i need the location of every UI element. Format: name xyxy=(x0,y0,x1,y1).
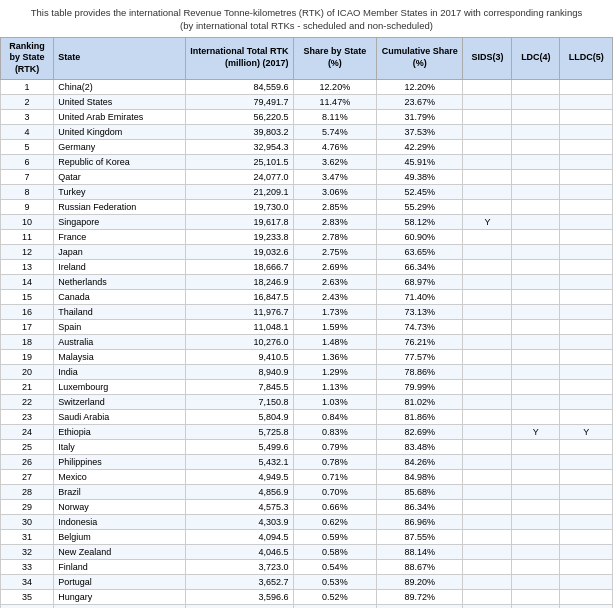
cell-state: United Arab Emirates xyxy=(54,109,186,124)
cell-state: Japan xyxy=(54,244,186,259)
cell-rank: 10 xyxy=(1,214,54,229)
table-row: 26Philippines5,432.10.78%84.26% xyxy=(1,454,613,469)
cell-rank: 24 xyxy=(1,424,54,439)
cell-cumshare: 82.69% xyxy=(377,424,463,439)
table-row: 1China(2)84,559.612.20%12.20% xyxy=(1,79,613,94)
cell-sids xyxy=(463,109,512,124)
cell-ldc xyxy=(512,454,560,469)
cell-share: 2.43% xyxy=(293,289,377,304)
cell-share: 8.11% xyxy=(293,109,377,124)
cell-state: Italy xyxy=(54,439,186,454)
cell-sids xyxy=(463,139,512,154)
cell-lldc xyxy=(560,394,613,409)
cell-state: Ethiopia xyxy=(54,424,186,439)
cell-cumshare: 81.86% xyxy=(377,409,463,424)
cell-share: 2.75% xyxy=(293,244,377,259)
cell-rtk: 4,949.5 xyxy=(185,469,293,484)
table-row: 14Netherlands18,246.92.63%68.97% xyxy=(1,274,613,289)
cell-rtk: 56,220.5 xyxy=(185,109,293,124)
cell-ldc xyxy=(512,244,560,259)
cell-cumshare: 88.67% xyxy=(377,559,463,574)
cell-rank: 17 xyxy=(1,319,54,334)
header-state: State xyxy=(54,37,186,79)
cell-rank: 19 xyxy=(1,349,54,364)
table-row: 11France19,233.82.78%60.90% xyxy=(1,229,613,244)
cell-share: 1.36% xyxy=(293,349,377,364)
table-row: 5Germany32,954.34.76%42.29% xyxy=(1,139,613,154)
cell-cumshare: 52.45% xyxy=(377,184,463,199)
cell-rank: 23 xyxy=(1,409,54,424)
cell-rtk: 5,432.1 xyxy=(185,454,293,469)
cell-rtk: 9,410.5 xyxy=(185,349,293,364)
cell-lldc xyxy=(560,604,613,608)
cell-rtk: 4,575.3 xyxy=(185,499,293,514)
cell-cumshare: 71.40% xyxy=(377,289,463,304)
cell-cumshare: 87.55% xyxy=(377,529,463,544)
header-rank: Ranking by State (RTK) xyxy=(1,37,54,79)
cell-rtk: 84,559.6 xyxy=(185,79,293,94)
cell-sids xyxy=(463,244,512,259)
header-lldc: LLDC(5) xyxy=(560,37,613,79)
cell-sids xyxy=(463,199,512,214)
cell-state: Canada xyxy=(54,289,186,304)
cell-share: 0.71% xyxy=(293,469,377,484)
cell-ldc xyxy=(512,379,560,394)
cell-lldc xyxy=(560,319,613,334)
cell-rank: 26 xyxy=(1,454,54,469)
cell-lldc xyxy=(560,349,613,364)
cell-rtk: 3,466.4 xyxy=(185,604,293,608)
cell-rank: 2 xyxy=(1,94,54,109)
cell-ldc xyxy=(512,529,560,544)
cell-ldc xyxy=(512,139,560,154)
cell-rank: 7 xyxy=(1,169,54,184)
cell-lldc xyxy=(560,244,613,259)
cell-state: India xyxy=(54,364,186,379)
cell-state: Turkey xyxy=(54,184,186,199)
table-row: 17Spain11,048.11.59%74.73% xyxy=(1,319,613,334)
table-row: 34Portugal3,652.70.53%89.20% xyxy=(1,574,613,589)
cell-state: Brazil xyxy=(54,484,186,499)
cell-share: 1.03% xyxy=(293,394,377,409)
cell-cumshare: 88.14% xyxy=(377,544,463,559)
cell-rtk: 18,666.7 xyxy=(185,259,293,274)
table-row: 33Finland3,723.00.54%88.67% xyxy=(1,559,613,574)
cell-state: Mexico xyxy=(54,469,186,484)
header-rtk: International Total RTK (million) (2017) xyxy=(185,37,293,79)
cell-cumshare: 84.98% xyxy=(377,469,463,484)
table-row: 25Italy5,499.60.79%83.48% xyxy=(1,439,613,454)
cell-cumshare: 86.96% xyxy=(377,514,463,529)
cell-cumshare: 79.99% xyxy=(377,379,463,394)
cell-share: 1.13% xyxy=(293,379,377,394)
cell-state: Philippines xyxy=(54,454,186,469)
table-row: 19Malaysia9,410.51.36%77.57% xyxy=(1,349,613,364)
cell-share: 1.48% xyxy=(293,334,377,349)
table-row: 20India8,940.91.29%78.86% xyxy=(1,364,613,379)
cell-cumshare: 76.21% xyxy=(377,334,463,349)
cell-rtk: 11,976.7 xyxy=(185,304,293,319)
cell-state: Netherlands xyxy=(54,274,186,289)
cell-cumshare: 86.34% xyxy=(377,499,463,514)
cell-lldc xyxy=(560,154,613,169)
cell-share: 2.69% xyxy=(293,259,377,274)
cell-rank: 9 xyxy=(1,199,54,214)
cell-share: 0.79% xyxy=(293,439,377,454)
cell-ldc xyxy=(512,94,560,109)
cell-state: Republic of Korea xyxy=(54,154,186,169)
cell-sids xyxy=(463,559,512,574)
table-row: 4United Kingdom39,803.25.74%37.53% xyxy=(1,124,613,139)
cell-state: Belgium xyxy=(54,529,186,544)
cell-lldc xyxy=(560,94,613,109)
cell-rtk: 3,596.6 xyxy=(185,589,293,604)
table-row: 13Ireland18,666.72.69%66.34% xyxy=(1,259,613,274)
cell-lldc xyxy=(560,529,613,544)
cell-state: Finland xyxy=(54,559,186,574)
cell-rtk: 7,150.8 xyxy=(185,394,293,409)
cell-lldc xyxy=(560,334,613,349)
cell-state: Russian Federation xyxy=(54,199,186,214)
cell-lldc xyxy=(560,364,613,379)
cell-state: Hungary xyxy=(54,589,186,604)
cell-share: 3.47% xyxy=(293,169,377,184)
table-row: 36Israel3,466.40.50%90.22% xyxy=(1,604,613,608)
cell-lldc xyxy=(560,109,613,124)
cell-state: United Kingdom xyxy=(54,124,186,139)
